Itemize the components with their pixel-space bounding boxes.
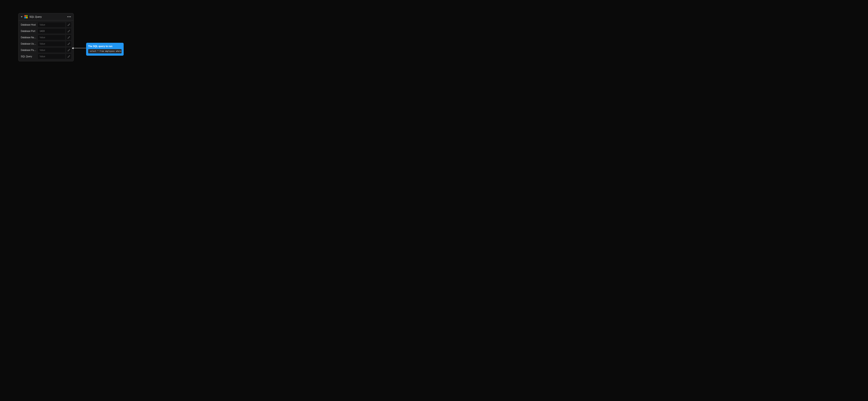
annotation-arrow <box>72 48 86 48</box>
field-row-database-host: Database Host <box>21 22 71 27</box>
database-port-input[interactable] <box>38 29 65 33</box>
panel-body: Database Host Database Port Database Na…… <box>19 20 73 61</box>
sql-query-panel: SQL Query ••• Database Host Database Por… <box>18 13 74 61</box>
field-label: Database Host <box>21 24 37 26</box>
collapse-caret-icon[interactable] <box>21 16 23 18</box>
field-row-database-user: Database Us… <box>21 41 71 46</box>
edit-button[interactable] <box>66 41 71 46</box>
field-label: Database Us… <box>21 42 37 45</box>
callout-title: The SQL query to run <box>88 45 122 48</box>
database-name-input[interactable] <box>38 35 65 40</box>
edit-button[interactable] <box>66 54 71 59</box>
database-password-input[interactable] <box>38 48 65 53</box>
field-row-database-port: Database Port <box>21 29 71 33</box>
field-row-database-name: Database Na… <box>21 35 71 40</box>
callout-code: select * from employees where id = 1 <box>88 49 122 53</box>
callout-tooltip: The SQL query to run select * from emplo… <box>86 43 124 56</box>
database-user-input[interactable] <box>38 41 65 46</box>
field-label: SQL Query <box>21 55 37 58</box>
database-host-input[interactable] <box>38 22 65 27</box>
panel-title: SQL Query <box>29 16 65 18</box>
panel-header: SQL Query ••• <box>19 13 73 20</box>
microsoft-icon <box>24 15 28 18</box>
pencil-icon <box>68 49 70 51</box>
pencil-icon <box>68 24 70 26</box>
more-menu-icon[interactable]: ••• <box>67 15 71 18</box>
sql-query-input[interactable] <box>38 54 65 59</box>
field-label: Database Na… <box>21 36 37 39</box>
pencil-icon <box>68 36 70 39</box>
edit-button[interactable] <box>66 48 71 53</box>
field-row-database-password: Database Pa… <box>21 48 71 53</box>
pencil-icon <box>68 30 70 32</box>
edit-button[interactable] <box>66 35 71 40</box>
field-row-sql-query: SQL Query <box>21 54 71 59</box>
field-label: Database Pa… <box>21 49 37 51</box>
edit-button[interactable] <box>66 22 71 27</box>
edit-button[interactable] <box>66 29 71 33</box>
pencil-icon <box>68 42 70 45</box>
field-label: Database Port <box>21 30 37 32</box>
pencil-icon <box>68 55 70 58</box>
